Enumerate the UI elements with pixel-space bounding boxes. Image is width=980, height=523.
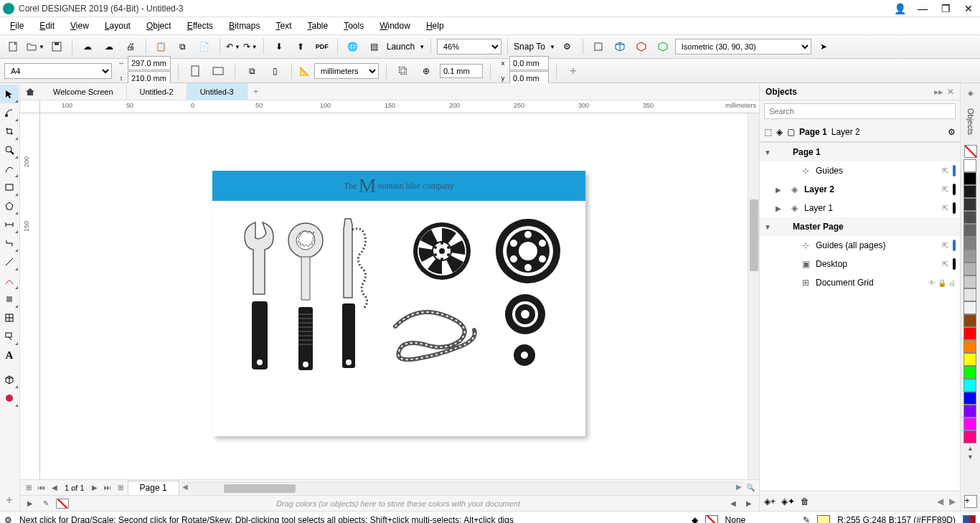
outline-pen-icon[interactable]: ✎ [803, 515, 810, 524]
landscape-button[interactable] [209, 62, 227, 80]
menu-object[interactable]: Object [139, 19, 179, 32]
color-swatch[interactable] [963, 301, 976, 314]
doc-tab[interactable]: Untitled-2 [127, 83, 187, 100]
shape-tool[interactable] [0, 103, 19, 122]
dup-x-input[interactable] [509, 56, 549, 70]
menu-help[interactable]: Help [419, 19, 451, 32]
callout-tool[interactable] [0, 327, 19, 346]
crop-tool[interactable] [0, 122, 19, 141]
strip-add-swatch[interactable]: + [964, 495, 977, 508]
tree-group[interactable]: ▼Page 1 [760, 143, 960, 161]
all-pages-button[interactable]: ⧉ [242, 62, 261, 80]
zoom-tool[interactable] [0, 141, 19, 159]
color-swatch[interactable] [963, 430, 976, 443]
cloud-up-button[interactable]: ☁ [78, 37, 97, 56]
next-page-button[interactable]: ▶ [89, 482, 100, 494]
color-swatch[interactable] [817, 515, 830, 524]
freehand-tool[interactable] [0, 159, 19, 178]
units-select[interactable]: millimeters [314, 63, 379, 79]
color-swatch[interactable] [963, 250, 976, 263]
color-swatch[interactable] [963, 159, 976, 172]
doc-tab[interactable]: Welcome Screen [40, 83, 127, 100]
next-obj-button[interactable]: ▶ [949, 496, 956, 506]
open-button[interactable]: ▼ [26, 41, 44, 52]
color-proof-button[interactable] [963, 515, 976, 524]
options-button[interactable]: ⚙ [558, 37, 577, 56]
delete-layer-button[interactable]: 🗑 [801, 496, 809, 506]
color-swatch[interactable] [963, 418, 976, 430]
import-button[interactable]: ⬇ [270, 37, 288, 56]
zoom-fit-button[interactable]: 🔍 [745, 482, 756, 494]
clipboard-button[interactable]: 📋 [152, 37, 171, 56]
tree-group[interactable]: ▼Master Page [760, 217, 960, 236]
pdf-button[interactable]: PDF [313, 37, 331, 56]
3d-tool[interactable] [0, 370, 19, 389]
polygon-tool[interactable] [0, 197, 19, 215]
fill-none-swatch[interactable] [705, 515, 718, 524]
minimize-button[interactable]: — [914, 1, 931, 16]
nudge-input[interactable] [440, 64, 483, 78]
color-swatch[interactable] [963, 198, 976, 211]
connector-tool[interactable] [0, 234, 19, 253]
rectangle-tool[interactable] [0, 178, 19, 197]
tree-item[interactable]: ⊹Guides (all pages)⇱ [760, 236, 960, 255]
tree-item[interactable]: ⊹Guides⇱ [760, 161, 960, 180]
box-icon[interactable] [589, 37, 608, 56]
ruler-button[interactable]: 📐 [299, 66, 310, 76]
search-web-button[interactable]: 🌐 [344, 37, 362, 56]
breadcrumb-layer[interactable]: Layer 2 [831, 127, 860, 137]
color-swatch[interactable] [963, 340, 976, 353]
add-tool-button[interactable]: + [0, 491, 19, 509]
color-swatch[interactable] [963, 172, 976, 185]
snap-dropdown[interactable]: Snap To ▼ [514, 42, 555, 52]
add-button[interactable]: + [564, 62, 583, 80]
fill-tool[interactable] [0, 290, 19, 308]
redo-button[interactable]: ↷▼ [243, 42, 258, 52]
palette-prev-button[interactable]: ◀ [727, 498, 739, 509]
menu-window[interactable]: Window [372, 19, 418, 32]
color-swatch[interactable] [963, 275, 976, 288]
fill-icon[interactable]: ◆ [692, 515, 698, 524]
cursor-icon[interactable]: ➤ [814, 37, 833, 56]
document-palette[interactable]: ▶ ✎ Drag colors (or objects) here to sto… [20, 495, 759, 511]
menu-layout[interactable]: Layout [98, 19, 138, 32]
home-button[interactable] [20, 83, 40, 100]
last-page-button[interactable]: ⏭ [102, 482, 113, 494]
user-icon[interactable]: 👤 [891, 1, 908, 16]
dimension-tool[interactable] [0, 215, 19, 234]
new-master-layer-button[interactable]: ◈✦ [781, 496, 795, 506]
cube3-icon[interactable] [654, 37, 672, 56]
current-page-button[interactable]: ▯ [265, 62, 284, 80]
view-mode-button[interactable]: ⬚ [764, 127, 772, 137]
zoom-select[interactable]: 46% [437, 39, 501, 55]
color-swatch[interactable] [963, 185, 976, 198]
cube2-icon[interactable] [632, 37, 651, 56]
palette-scroll-down[interactable]: ▼ [967, 453, 974, 461]
page-width-input[interactable] [128, 56, 171, 70]
layers-icon[interactable]: ◈ [776, 127, 783, 137]
cube1-icon[interactable] [611, 37, 629, 56]
horizontal-ruler[interactable]: millimeters 10050050100150200250300350 [40, 100, 759, 113]
table-tool[interactable] [0, 308, 19, 327]
menu-view[interactable]: View [63, 19, 96, 32]
pick-tool[interactable] [0, 85, 19, 103]
palette-next-button[interactable]: ▶ [743, 498, 755, 509]
launch-dropdown[interactable]: Launch ▼ [387, 42, 425, 52]
palette-scroll-up[interactable]: ▲ [967, 445, 974, 452]
text-tool[interactable]: A [0, 346, 19, 364]
tree-item[interactable]: ▶◈Layer 1⇱ [760, 199, 960, 217]
eyedropper-button[interactable]: ✎ [40, 498, 52, 509]
add-tab-button[interactable]: + [248, 83, 265, 100]
menu-bitmaps[interactable]: Bitmaps [222, 19, 267, 32]
copy-button[interactable]: ⧉ [174, 37, 192, 56]
projection-select[interactable]: Isometric (30, 90, 30) [675, 39, 811, 55]
no-fill-swatch[interactable] [964, 145, 977, 158]
objects-tab[interactable]: Objects [961, 100, 980, 143]
line-tool[interactable] [0, 253, 19, 271]
paste-button[interactable]: 📄 [195, 37, 214, 56]
color-swatch[interactable] [963, 314, 976, 327]
color-swatch[interactable] [963, 237, 976, 250]
color-swatch[interactable] [963, 211, 976, 224]
menu-table[interactable]: Table [300, 19, 335, 32]
save-button[interactable] [47, 37, 66, 56]
